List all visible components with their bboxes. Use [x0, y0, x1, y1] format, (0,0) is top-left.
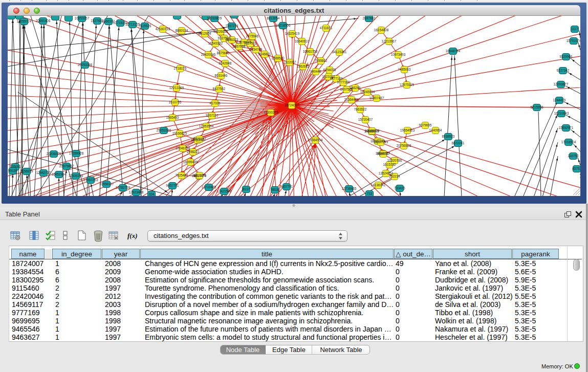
svg-text:1244419: 1244419	[553, 98, 566, 102]
svg-text:10958107: 10958107	[99, 182, 114, 186]
svg-text:9084067: 9084067	[377, 152, 390, 156]
svg-text:1610755: 1610755	[169, 100, 182, 104]
svg-text:17359928: 17359928	[69, 151, 84, 155]
svg-text:16210643: 16210643	[554, 112, 569, 115]
svg-text:12353594: 12353594	[199, 124, 214, 128]
svg-text:20691406: 20691406	[36, 19, 51, 23]
svg-text:10046798: 10046798	[176, 146, 190, 150]
svg-text:16640910: 16640910	[295, 39, 310, 43]
svg-text:12421548: 12421548	[217, 189, 232, 193]
svg-text:1498222: 1498222	[187, 150, 200, 154]
svg-text:16154808: 16154808	[374, 28, 389, 32]
svg-text:9227342: 9227342	[557, 69, 570, 72]
svg-text:18724007: 18724007	[285, 103, 299, 107]
svg-text:9327503: 9327503	[244, 41, 257, 45]
svg-text:45753: 45753	[572, 167, 580, 170]
svg-text:16245534: 16245534	[360, 90, 375, 94]
svg-text:9777169: 9777169	[337, 80, 350, 84]
svg-text:14325419: 14325419	[285, 32, 300, 35]
svg-text:8137: 8137	[243, 187, 250, 191]
svg-text:16648784: 16648784	[446, 49, 461, 53]
svg-text:29053346: 29053346	[157, 128, 171, 132]
svg-text:9242848: 9242848	[219, 61, 232, 65]
svg-text:22420046: 22420046	[201, 53, 216, 56]
svg-text:1588520: 1588520	[272, 56, 285, 60]
svg-text:9329966: 9329966	[560, 55, 573, 58]
svg-text:15720407: 15720407	[358, 118, 373, 121]
svg-text:2718176: 2718176	[174, 67, 187, 70]
svg-text:2687682: 2687682	[363, 16, 376, 20]
svg-text:7863522: 7863522	[354, 107, 367, 111]
svg-text:18907249: 18907249	[374, 140, 388, 144]
svg-text:6672241: 6672241	[452, 141, 465, 145]
svg-text:16961758: 16961758	[303, 50, 318, 53]
svg-text:1965493: 1965493	[166, 116, 179, 119]
svg-text:9079695: 9079695	[419, 123, 432, 127]
svg-text:1615132: 1615132	[383, 163, 396, 166]
svg-text:1440954: 1440954	[429, 128, 442, 132]
svg-text:11451944: 11451944	[52, 172, 66, 176]
svg-text:7955812: 7955812	[315, 59, 328, 62]
svg-text:10807487: 10807487	[369, 96, 384, 100]
svg-text:9146821: 9146821	[258, 52, 271, 56]
svg-text:20756928: 20756928	[397, 144, 411, 147]
svg-text:8878332: 8878332	[193, 137, 206, 141]
svg-text:10973493: 10973493	[391, 53, 406, 56]
svg-text:746266: 746266	[350, 86, 361, 90]
svg-text:7515526: 7515526	[139, 24, 151, 28]
svg-text:417006: 417006	[209, 101, 221, 105]
svg-text:99159: 99159	[8, 169, 17, 172]
svg-text:16033809: 16033809	[207, 16, 222, 20]
svg-text:17016504: 17016504	[561, 140, 576, 144]
svg-text:334: 334	[149, 192, 155, 196]
svg-text:1117: 1117	[571, 27, 578, 31]
svg-text:733426: 733426	[394, 186, 405, 190]
svg-text:8938923: 8938923	[442, 135, 455, 138]
svg-text:13226058: 13226058	[213, 30, 228, 33]
svg-text:935061: 935061	[10, 165, 21, 168]
svg-text:16099489: 16099489	[183, 160, 198, 164]
svg-text:34123281: 34123281	[332, 50, 347, 54]
svg-text:20053346: 20053346	[78, 63, 93, 67]
svg-text:8427552: 8427552	[213, 87, 226, 91]
svg-text:5215958: 5215958	[531, 105, 543, 109]
svg-text:17957253: 17957253	[83, 178, 98, 182]
svg-text:19218506: 19218506	[276, 24, 291, 27]
svg-text:14136141: 14136141	[371, 183, 386, 187]
svg-text:42160733: 42160733	[156, 27, 170, 31]
svg-text:1322057: 1322057	[284, 60, 296, 64]
svg-text:733: 733	[367, 192, 373, 195]
svg-text:7485063: 7485063	[398, 68, 411, 71]
svg-text:3267110: 3267110	[206, 114, 219, 117]
svg-text:21364436: 21364436	[344, 98, 359, 101]
svg-text:7625402: 7625402	[176, 173, 188, 177]
svg-text:8454749: 8454749	[250, 48, 263, 51]
svg-text:8317278: 8317278	[193, 173, 206, 177]
svg-text:4477169: 4477169	[330, 77, 343, 80]
svg-text:12093877: 12093877	[554, 82, 569, 86]
svg-text:8860124: 8860124	[176, 29, 188, 32]
svg-text:1962615: 1962615	[297, 64, 310, 68]
svg-text:252214: 252214	[389, 174, 400, 178]
svg-text:23975887: 23975887	[59, 164, 74, 168]
svg-text:8031446: 8031446	[215, 74, 228, 77]
svg-text:13710485: 13710485	[202, 185, 216, 189]
svg-text:7357274: 7357274	[226, 24, 238, 28]
svg-text:2867608: 2867608	[233, 45, 246, 48]
svg-text:19166825: 19166825	[172, 132, 187, 135]
svg-text:12213967: 12213967	[382, 39, 397, 43]
svg-text:2275546: 2275546	[246, 34, 259, 38]
svg-text:f(x): f(x)	[127, 232, 138, 239]
svg-text:12505135: 12505135	[69, 174, 83, 178]
svg-text:6794078: 6794078	[323, 68, 336, 72]
svg-text:990448: 990448	[310, 70, 321, 73]
svg-text:116753: 116753	[568, 154, 579, 158]
svg-text:8912954: 8912954	[199, 32, 211, 35]
svg-text:8875645: 8875645	[217, 51, 230, 55]
svg-text:15692971: 15692971	[559, 126, 574, 129]
svg-text:15300273: 15300273	[264, 111, 278, 114]
svg-text:19384554: 19384554	[308, 138, 323, 142]
svg-text:10653267: 10653267	[75, 16, 90, 20]
svg-text:12975115: 12975115	[400, 83, 414, 86]
svg-text:12923448: 12923448	[129, 190, 144, 194]
